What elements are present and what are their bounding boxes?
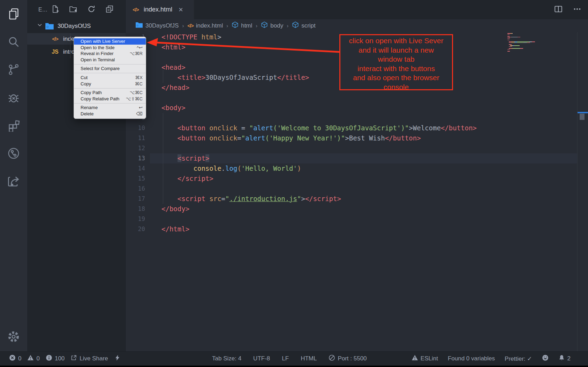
menu-item-open-in-terminal[interactable]: Open in Terminal (74, 57, 146, 63)
menu-item-copy[interactable]: Copy⌘C (74, 81, 146, 87)
minimap-line (507, 51, 540, 52)
minimap-line (507, 44, 540, 45)
menu-item-select-for-compare[interactable]: Select for Compare (74, 66, 146, 72)
line-number: 18 (126, 204, 150, 214)
status-lf[interactable]: LF (282, 355, 289, 362)
menu-item-delete[interactable]: Delete⌫ (74, 111, 146, 117)
activity-debug-icon[interactable] (0, 88, 27, 107)
status-lightning[interactable] (114, 354, 121, 363)
annotation-text-line: and also open the browser (340, 73, 452, 83)
code-line-15[interactable]: 15 </script> (126, 174, 577, 184)
status-0[interactable]: 0 (9, 354, 21, 363)
menu-item-open-to-the-side[interactable]: Open to the Side^↩ (74, 45, 146, 51)
status-0[interactable]: 0 (27, 354, 39, 363)
status-label: HTML (301, 355, 317, 362)
code-text (150, 143, 577, 153)
status-label: 100 (55, 355, 65, 362)
status-html[interactable]: HTML (301, 355, 317, 362)
split-editor-icon[interactable] (554, 5, 563, 15)
minimap-line (507, 41, 540, 41)
code-text: console.log('Hello, World') (150, 163, 577, 174)
cube-icon (261, 21, 268, 30)
collapse-all-icon[interactable] (105, 5, 114, 15)
breadcrumb-label: html (241, 22, 252, 29)
refresh-icon[interactable] (87, 5, 96, 15)
breadcrumb-index.html[interactable]: </>index.html (187, 22, 223, 29)
status-label: UTF-8 (253, 355, 270, 362)
activity-files-icon[interactable] (0, 4, 27, 24)
status-prettier-[interactable]: Prettier: ✓ (505, 355, 532, 362)
status-eslint[interactable]: ESLint (412, 354, 438, 363)
status-found-0-variables[interactable]: Found 0 variables (448, 355, 495, 362)
activity-live-share-icon[interactable] (0, 171, 27, 191)
menu-item-cut[interactable]: Cut⌘X (74, 75, 146, 81)
minimap-line (507, 48, 540, 49)
code-text: <body> (150, 103, 577, 113)
code-text (150, 113, 577, 123)
breadcrumb-html[interactable]: html (232, 21, 252, 30)
status-utf-8[interactable]: UTF-8 (253, 355, 270, 362)
live-share-status-icon (70, 354, 77, 363)
close-tab-icon[interactable]: × (179, 6, 183, 14)
code-line-7[interactable]: 7 (126, 93, 577, 103)
line-number: 12 (126, 143, 150, 153)
activity-search-icon[interactable] (0, 32, 27, 52)
indent-guide (163, 113, 163, 204)
status-tab-size-4[interactable]: Tab Size: 4 (212, 355, 241, 362)
breadcrumb-label: index.html (196, 22, 223, 29)
tab-index-html[interactable]: </> index.html × (126, 0, 194, 19)
annotation-text-line: and it will launch a new (340, 46, 452, 55)
status-100[interactable]: 100 (46, 354, 65, 363)
code-line-19[interactable]: 19 (126, 214, 577, 224)
folder-icon (45, 22, 54, 30)
code-line-12[interactable]: 12 (126, 143, 577, 153)
bell-icon (558, 354, 565, 363)
code-line-17[interactable]: 17 <script src="./introduction.js"></scr… (126, 194, 577, 204)
minimap[interactable] (507, 33, 540, 52)
menu-item-reveal-in-finder[interactable]: Reveal in Finder⌥⌘R (74, 51, 146, 57)
context-menu: Open with Live ServerOpen to the Side^↩R… (74, 37, 146, 119)
more-actions-icon[interactable] (573, 5, 582, 15)
breadcrumb-body[interactable]: body (261, 21, 283, 30)
code-line-10[interactable]: 10 <button onclick = "alert('Welcome to … (126, 123, 577, 133)
line-number: 19 (126, 214, 150, 224)
code-line-18[interactable]: 18</body> (126, 204, 577, 214)
tree-item-30daysofjs[interactable]: 30DaysOfJS (27, 20, 126, 32)
breadcrumb-script[interactable]: script (292, 21, 316, 30)
menu-item-copy-path[interactable]: Copy Path⌥⌘C (74, 90, 146, 96)
minimap-line (507, 40, 540, 40)
activity-settings-gear-icon[interactable] (0, 327, 27, 346)
new-file-icon[interactable] (51, 5, 59, 15)
menu-item-shortcut: ⌘X (135, 75, 143, 81)
status-label: 0 (18, 355, 21, 362)
code-text: </html> (150, 224, 577, 234)
status-port-5500[interactable]: Port : 5500 (329, 354, 367, 363)
status-2[interactable]: 2 (558, 354, 571, 363)
line-number: 16 (126, 184, 150, 194)
cube-icon (232, 21, 239, 30)
code-line-13[interactable]: 13 <script> (126, 153, 577, 163)
code-line-16[interactable]: 16 (126, 184, 577, 194)
error-circle-icon (9, 354, 16, 363)
menu-separator (74, 103, 146, 104)
status-smiley[interactable] (542, 354, 549, 363)
status-live-share[interactable]: Live Share (70, 354, 108, 363)
activity-circle-branch-icon[interactable] (0, 144, 27, 163)
menu-item-copy-relative-path[interactable]: Copy Relative Path⌥⇧⌘C (74, 96, 146, 102)
overview-ruler-thumb[interactable] (580, 114, 585, 120)
new-folder-icon[interactable] (69, 5, 77, 15)
code-text (150, 184, 577, 194)
code-line-14[interactable]: 14 console.log('Hello, World') (126, 163, 577, 174)
activity-source-control-icon[interactable] (0, 60, 27, 79)
code-line-8[interactable]: 8<body> (126, 103, 577, 113)
menu-item-label: Delete (81, 111, 94, 117)
line-number: 13 (126, 153, 150, 163)
code-text: </body> (150, 204, 577, 214)
code-line-20[interactable]: 20</html> (126, 224, 577, 234)
breadcrumb-30daysofjs[interactable]: 30DaysOfJS (135, 22, 179, 30)
activity-extensions-icon[interactable] (0, 116, 27, 135)
menu-item-open-with-live-server[interactable]: Open with Live Server (74, 38, 146, 45)
code-line-11[interactable]: 11 <button onclick="alert('Happy New Yea… (126, 133, 577, 143)
menu-item-rename[interactable]: Rename↩ (74, 105, 146, 111)
code-line-9[interactable]: 9 (126, 113, 577, 123)
